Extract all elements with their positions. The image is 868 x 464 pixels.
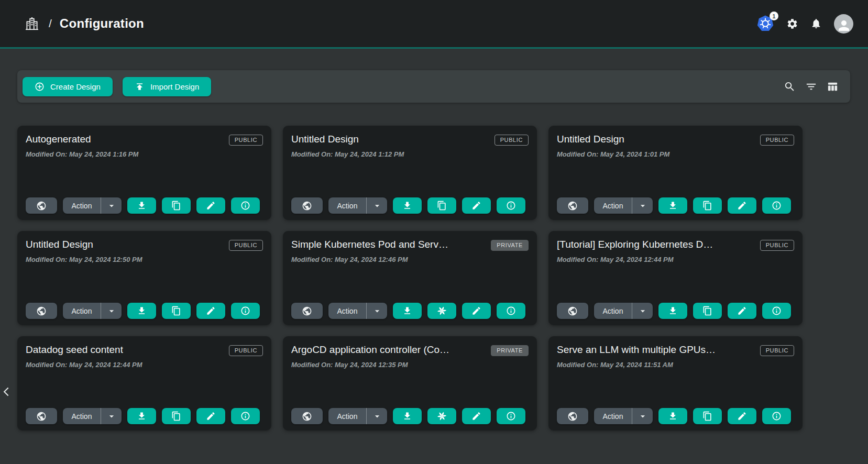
import-design-button[interactable]: Import Design — [123, 77, 211, 96]
action-dropdown-toggle[interactable] — [367, 306, 387, 316]
edit-button[interactable] — [462, 303, 491, 319]
visibility-globe-button[interactable] — [291, 197, 323, 214]
copy-button[interactable] — [162, 408, 191, 424]
download-button[interactable] — [393, 303, 422, 319]
visibility-globe-button[interactable] — [26, 303, 57, 319]
info-button[interactable] — [497, 197, 525, 214]
edit-button[interactable] — [728, 408, 756, 424]
edit-button[interactable] — [196, 303, 225, 319]
page-title: Configuration — [60, 16, 144, 31]
download-button[interactable] — [127, 197, 156, 214]
action-button-label[interactable]: Action — [328, 412, 366, 421]
info-icon — [772, 201, 782, 211]
action-dropdown-toggle[interactable] — [101, 201, 122, 211]
visibility-globe-button[interactable] — [557, 303, 588, 319]
table-view-button[interactable] — [827, 81, 839, 93]
action-button-label[interactable]: Action — [63, 202, 101, 210]
copy-icon — [702, 411, 712, 421]
copy-button[interactable] — [162, 197, 191, 214]
action-split-button[interactable]: Action — [63, 197, 122, 214]
download-button[interactable] — [393, 408, 422, 424]
design-swirl-button[interactable] — [427, 408, 456, 424]
copy-button[interactable] — [693, 303, 722, 319]
design-grid: Autogenerated PUBLIC Modified On: May 24… — [17, 126, 803, 430]
edit-button[interactable] — [728, 303, 756, 319]
info-button[interactable] — [497, 408, 525, 424]
sidebar-expand-button[interactable] — [0, 383, 14, 400]
action-button-label[interactable]: Action — [594, 307, 632, 315]
visibility-globe-button[interactable] — [557, 197, 588, 214]
info-button[interactable] — [497, 303, 525, 319]
filter-button[interactable] — [805, 81, 817, 93]
action-button-label[interactable]: Action — [594, 412, 632, 421]
action-dropdown-toggle[interactable] — [632, 306, 653, 316]
copy-button[interactable] — [427, 197, 456, 214]
chevron-down-icon — [106, 201, 117, 211]
action-split-button[interactable]: Action — [328, 303, 387, 319]
info-icon — [772, 306, 782, 316]
kubernetes-context-button[interactable]: 1 — [756, 15, 774, 32]
design-card: Untitled Design PUBLIC Modified On: May … — [17, 231, 271, 325]
info-icon — [240, 306, 250, 316]
action-button-label[interactable]: Action — [328, 202, 366, 210]
visibility-globe-button[interactable] — [291, 303, 323, 319]
action-dropdown-toggle[interactable] — [632, 201, 653, 211]
visibility-globe-button[interactable] — [26, 408, 57, 424]
download-button[interactable] — [393, 197, 422, 214]
action-dropdown-toggle[interactable] — [101, 306, 122, 316]
action-dropdown-toggle[interactable] — [101, 411, 122, 422]
bell-icon — [810, 18, 822, 29]
edit-button[interactable] — [196, 408, 225, 424]
download-button[interactable] — [127, 408, 156, 424]
action-split-button[interactable]: Action — [63, 408, 122, 424]
user-avatar[interactable] — [834, 14, 853, 34]
action-button-label[interactable]: Action — [594, 202, 632, 210]
download-icon — [668, 306, 678, 316]
action-dropdown-toggle[interactable] — [367, 411, 387, 422]
action-split-button[interactable]: Action — [594, 197, 653, 214]
edit-button[interactable] — [196, 197, 225, 214]
info-button[interactable] — [231, 408, 260, 424]
download-button[interactable] — [658, 197, 687, 214]
download-button[interactable] — [658, 408, 687, 424]
design-title: [Tutorial] Exploring Kubernetes D… — [557, 239, 713, 250]
action-split-button[interactable]: Action — [594, 408, 653, 424]
action-split-button[interactable]: Action — [594, 303, 653, 319]
settings-button[interactable] — [786, 18, 798, 30]
action-button-label[interactable]: Action — [63, 412, 101, 421]
action-button-label[interactable]: Action — [328, 307, 366, 315]
action-button-label[interactable]: Action — [63, 307, 101, 315]
edit-button[interactable] — [728, 197, 756, 214]
info-button[interactable] — [762, 303, 791, 319]
action-split-button[interactable]: Action — [328, 408, 387, 424]
copy-button[interactable] — [693, 408, 722, 424]
modified-on-text: Modified On: May 24, 2024 12:35 PM — [291, 361, 529, 369]
visibility-globe-button[interactable] — [291, 408, 323, 424]
action-dropdown-toggle[interactable] — [367, 201, 387, 211]
copy-button[interactable] — [693, 197, 722, 214]
create-design-label: Create Design — [50, 82, 101, 91]
info-button[interactable] — [231, 197, 260, 214]
action-split-button[interactable]: Action — [328, 197, 387, 214]
design-swirl-button[interactable] — [427, 303, 456, 319]
info-button[interactable] — [231, 303, 260, 319]
info-button[interactable] — [762, 197, 791, 214]
edit-button[interactable] — [462, 408, 491, 424]
card-actions: Action — [291, 408, 529, 424]
building-icon[interactable] — [24, 16, 40, 31]
download-button[interactable] — [658, 303, 687, 319]
info-button[interactable] — [762, 408, 791, 424]
visibility-globe-button[interactable] — [557, 408, 588, 424]
download-button[interactable] — [127, 303, 156, 319]
search-button[interactable] — [784, 81, 796, 93]
notifications-button[interactable] — [810, 18, 822, 29]
action-split-button[interactable]: Action — [63, 303, 122, 319]
table-view-icon — [827, 81, 839, 93]
chevron-down-icon — [638, 411, 648, 422]
create-design-button[interactable]: Create Design — [23, 77, 113, 96]
edit-button[interactable] — [462, 197, 491, 214]
copy-button[interactable] — [162, 303, 191, 319]
app-header: / Configuration 1 — [0, 0, 868, 49]
visibility-globe-button[interactable] — [26, 197, 57, 214]
action-dropdown-toggle[interactable] — [632, 411, 653, 422]
